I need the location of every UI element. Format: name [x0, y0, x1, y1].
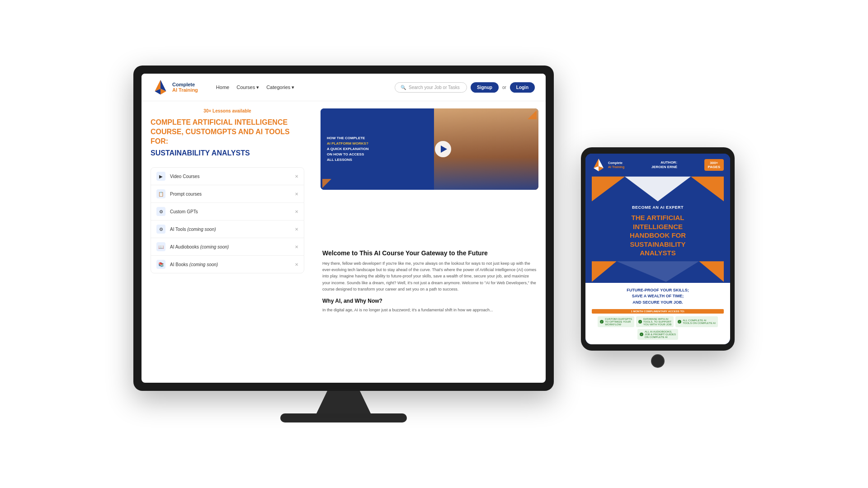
- book-future-text: FUTURE-PROOF YOUR SKILLS; SAVE A WEALTH …: [592, 287, 724, 306]
- ai-audiobooks-icon: 📖: [156, 242, 165, 251]
- sidebar-item-label: Custom GPTs: [170, 209, 290, 214]
- sidebar-item-label: AI Audiobooks (coming soon): [170, 244, 290, 249]
- author-name: JEROEN ERNÉ: [651, 165, 677, 169]
- book-logo-icon: [592, 158, 605, 172]
- video-area: HOW THE COMPLETE AI PLATFORM WORKS? A QU…: [313, 101, 546, 242]
- sidebar-item-label: AI Books (coming soon): [170, 262, 290, 267]
- hero-title: COMPLETE ARTIFICIAL INTELLIGENCE COURSE,…: [151, 118, 304, 146]
- monitor-base: [280, 413, 407, 422]
- article-section: Welcome to This AI Course Your Gateway t…: [313, 242, 546, 383]
- tablet-screen: Complete AI Training AUTHOR: JEROEN ERNÉ: [585, 154, 730, 344]
- article-title: Welcome to This AI Course Your Gateway t…: [322, 249, 537, 257]
- sidebar-item-prompt-courses[interactable]: 📋 Prompt courses ✕: [151, 185, 304, 203]
- nav-search-area: 🔍 Search your Job or Tasks Signup or Log…: [395, 82, 535, 93]
- monitor-wrapper: Complete AI Training Home Courses ▾: [133, 66, 554, 422]
- badge-check-icon: ✓: [600, 320, 604, 324]
- close-icon[interactable]: ✕: [295, 227, 298, 232]
- video-thumbnail[interactable]: HOW THE COMPLETE AI PLATFORM WORKS? A QU…: [321, 108, 538, 190]
- ai-tools-icon: ⚙: [156, 225, 165, 234]
- search-icon: 🔍: [401, 85, 406, 90]
- badge-check-icon: ✓: [638, 320, 642, 324]
- close-icon[interactable]: ✕: [295, 262, 298, 267]
- prompt-courses-icon: 📋: [156, 189, 165, 198]
- search-placeholder: Search your Job or Tasks: [409, 85, 460, 90]
- badge-check-icon: ✓: [640, 333, 643, 336]
- tablet: Complete AI Training AUTHOR: JEROEN ERNÉ: [581, 147, 735, 351]
- website: Complete AI Training Home Courses ▾: [142, 74, 546, 383]
- play-button[interactable]: [435, 141, 451, 157]
- video-title: HOW THE COMPLETE AI PLATFORM WORKS? A QU…: [327, 136, 434, 163]
- article-h2: Why AI, and Why Now?: [322, 298, 537, 304]
- left-panel: 30+ Lessons available COMPLETE ARTIFICIA…: [142, 101, 313, 383]
- categories-chevron-icon: ▾: [292, 84, 294, 90]
- tablet-home-button[interactable]: [651, 354, 665, 368]
- tablet-wrapper: Complete AI Training AUTHOR: JEROEN ERNÉ: [581, 147, 735, 368]
- search-box[interactable]: 🔍 Search your Job or Tasks: [395, 82, 467, 93]
- author-area: AUTHOR: JEROEN ERNÉ: [651, 160, 677, 170]
- monitor-screen: Complete AI Training Home Courses ▾: [142, 74, 546, 383]
- logo-icon: [152, 79, 169, 95]
- book-bottom-geo: [592, 260, 724, 283]
- right-area: HOW THE COMPLETE AI PLATFORM WORKS? A QU…: [313, 101, 546, 383]
- deco-bottom-left: [322, 179, 331, 188]
- sidebar-item-ai-books[interactable]: 📚 AI Books (coming soon) ✕: [151, 256, 304, 273]
- author-label: AUTHOR:: [660, 160, 677, 164]
- monitor: Complete AI Training Home Courses ▾: [133, 66, 554, 391]
- monitor-stand: [316, 391, 371, 413]
- nav-home[interactable]: Home: [216, 84, 229, 90]
- logo-text: Complete AI Training: [172, 82, 198, 93]
- or-label: or: [502, 85, 506, 90]
- badge-complete-ai: ✓ ALL COMPLETE AITOOLS ON COMPLETE AI: [675, 316, 718, 327]
- book-body: BECOME AN AI EXPERT THE ARTIFICIAL INTEL…: [585, 175, 730, 283]
- book-header: Complete AI Training AUTHOR: JEROEN ERNÉ: [585, 154, 730, 175]
- sidebar-list: ▶ Video Courses ✕ 📋 Prompt courses ✕: [151, 167, 304, 273]
- close-icon[interactable]: ✕: [295, 209, 298, 214]
- hero-subtitle: SUSTAINABILITY ANALYSTS: [151, 149, 304, 158]
- logo-complete: Complete: [172, 82, 198, 87]
- sidebar-item-video-courses[interactable]: ▶ Video Courses ✕: [151, 168, 304, 185]
- play-icon: [441, 145, 447, 153]
- bottom-geo-svg: [592, 260, 724, 283]
- logo: Complete AI Training: [152, 79, 198, 95]
- sidebar-item-label: Prompt courses: [170, 192, 290, 197]
- book-geometry-svg: [592, 175, 724, 202]
- sidebar-item-label: Video Courses: [170, 174, 290, 179]
- badge-check-icon: ✓: [678, 320, 681, 324]
- nav-categories[interactable]: Categories ▾: [266, 84, 294, 90]
- book-badges: ✓ CUSTOM CHATGPTSTO OPTIMIZE YOURWORKFLO…: [592, 316, 724, 340]
- close-icon[interactable]: ✕: [295, 244, 298, 249]
- ai-books-icon: 📚: [156, 260, 165, 269]
- sidebar-item-custom-gpts[interactable]: ⚙ Custom GPTs ✕: [151, 203, 304, 221]
- badge-custom-chatgpts: ✓ CUSTOM CHATGPTSTO OPTIMIZE YOURWORKFLO…: [598, 316, 634, 327]
- courses-chevron-icon: ▾: [256, 84, 259, 90]
- pages-badge: 300+ PAGES: [704, 159, 724, 171]
- book-bottom-section: FUTURE-PROOF YOUR SKILLS; SAVE A WEALTH …: [585, 283, 730, 345]
- book-logo-area: Complete AI Training: [592, 158, 624, 172]
- book-become-expert: BECOME AN AI EXPERT: [592, 205, 724, 210]
- login-button[interactable]: Login: [510, 82, 535, 93]
- custom-gpts-icon: ⚙: [156, 207, 165, 216]
- video-courses-icon: ▶: [156, 172, 165, 181]
- main-content: 30+ Lessons available COMPLETE ARTIFICIA…: [142, 101, 546, 383]
- access-badge: 1 MONTH COMPLIMENTARY ACCESS TO:: [592, 309, 724, 314]
- svg-marker-4: [528, 110, 537, 119]
- svg-marker-5: [322, 179, 331, 188]
- deco-top-right: [528, 110, 537, 119]
- badge-database: ✓ DATABASE WITH AITOOLS, TO SUPPORTYOU W…: [636, 316, 674, 327]
- sidebar-item-ai-tools[interactable]: ⚙ AI Tools (coming soon) ✕: [151, 221, 304, 238]
- article-body2: In the digital age, AI is no longer just…: [322, 307, 537, 313]
- sidebar-item-ai-audiobooks[interactable]: 📖 AI Audiobooks (coming soon) ✕: [151, 238, 304, 256]
- close-icon[interactable]: ✕: [295, 192, 298, 197]
- logo-ai-training: AI Training: [172, 87, 198, 93]
- scene: Complete AI Training Home Courses ▾: [0, 0, 868, 488]
- book-logo-text: Complete AI Training: [608, 161, 624, 169]
- book-geo-area: [592, 175, 724, 202]
- video-text-overlay: HOW THE COMPLETE AI PLATFORM WORKS? A QU…: [321, 108, 440, 190]
- signup-button[interactable]: Signup: [471, 82, 499, 93]
- article-body: Hey there, fellow web developer! If you'…: [322, 260, 537, 293]
- lessons-badge: 30+ Lessons available: [151, 108, 304, 113]
- close-icon[interactable]: ✕: [295, 174, 298, 179]
- badge-audiobooks: ✓ ALL AI AUDIOBOOKS,JOB & PROMPT GUIDESO…: [637, 329, 678, 340]
- nav-courses[interactable]: Courses ▾: [236, 84, 259, 90]
- book-main-title: THE ARTIFICIAL INTELLIGENCE HANDBOOK FOR…: [592, 213, 724, 258]
